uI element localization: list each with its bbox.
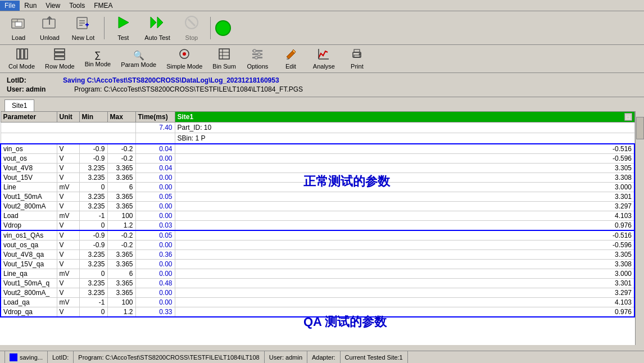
options-button[interactable]: Options bbox=[242, 45, 273, 72]
svg-point-30 bbox=[255, 56, 258, 59]
new-lot-button[interactable]: New Lot bbox=[67, 12, 99, 44]
table-cell: Vout1_50mA bbox=[1, 192, 57, 202]
table-cell: 3.308 bbox=[175, 260, 634, 269]
test-button[interactable]: Test bbox=[109, 12, 137, 44]
auto-test-button[interactable]: Auto Test bbox=[139, 12, 175, 44]
table-row: Load_qamV-11000.004.103 bbox=[1, 298, 634, 307]
table-cell: V bbox=[57, 192, 79, 202]
svg-point-29 bbox=[258, 53, 261, 56]
table-cell: -0.516 bbox=[175, 144, 634, 154]
menu-file[interactable]: File bbox=[0, 1, 20, 11]
stop-icon bbox=[184, 15, 199, 33]
saving-label: saving... bbox=[20, 354, 43, 361]
svg-point-37 bbox=[359, 53, 361, 55]
table-cell: 0 bbox=[79, 307, 107, 317]
status-bar: saving... LotID: Program: C:\AccoTest\ST… bbox=[0, 351, 644, 363]
table-row: Vout_15V_qaV3.2353.3650.003.308 bbox=[1, 260, 634, 269]
svg-rect-17 bbox=[55, 53, 65, 56]
table-cell: 0 bbox=[79, 269, 107, 279]
load-button[interactable]: Load bbox=[4, 12, 33, 44]
table-cell: mV bbox=[57, 183, 79, 192]
table-cell: V bbox=[57, 230, 79, 241]
edit-label: Edit bbox=[285, 63, 296, 70]
row-mode-button[interactable]: Row Mode bbox=[41, 45, 79, 72]
table-cell: 4.103 bbox=[175, 211, 634, 221]
status-current-site: Current Tested Site:1 bbox=[341, 351, 408, 363]
edit-button[interactable]: Edit bbox=[275, 45, 306, 72]
table-cell: V bbox=[57, 144, 79, 154]
svg-rect-14 bbox=[21, 49, 24, 59]
svg-rect-18 bbox=[55, 57, 65, 60]
table-cell: 100 bbox=[107, 211, 135, 221]
table-cell: 0.00 bbox=[135, 154, 175, 164]
table-cell: 3.297 bbox=[175, 202, 634, 211]
menu-fmea[interactable]: FMEA bbox=[89, 1, 117, 11]
menu-run[interactable]: Run bbox=[20, 1, 41, 11]
simple-mode-button[interactable]: Simple Mode bbox=[162, 45, 206, 72]
unload-icon bbox=[42, 15, 57, 33]
table-cell: V bbox=[57, 288, 79, 298]
table-cell: V bbox=[57, 173, 79, 183]
table-cell: mV bbox=[57, 211, 79, 221]
total-time: 7.40 bbox=[135, 122, 175, 133]
table-row: LoadmV-11000.004.103 bbox=[1, 211, 634, 221]
table-container[interactable]: Parameter Unit Min Max Time(ms) Site1 □ … bbox=[0, 111, 635, 345]
table-cell: -0.9 bbox=[79, 241, 107, 250]
table-cell: 3.365 bbox=[107, 288, 135, 298]
bin-mode-button[interactable]: ∑ Bin Mode bbox=[81, 47, 115, 70]
test-icon bbox=[115, 15, 131, 33]
col-mode-button[interactable]: Col Mode bbox=[4, 45, 39, 72]
table-cell: V bbox=[57, 202, 79, 211]
table-cell: 1.2 bbox=[107, 307, 135, 317]
table-cell: 6 bbox=[107, 269, 135, 279]
print-button[interactable]: Print bbox=[342, 45, 373, 72]
table-cell: Vout_4V8_qa bbox=[1, 250, 57, 260]
table-cell: 3.000 bbox=[175, 183, 634, 192]
menu-tools[interactable]: Tools bbox=[65, 1, 89, 11]
table-cell: 0.00 bbox=[135, 211, 175, 221]
table-cell: 0.05 bbox=[135, 192, 175, 202]
table-row: Vout2_800mA_V3.2353.3650.003.297 bbox=[1, 288, 634, 298]
table-cell: 3.365 bbox=[107, 279, 135, 288]
table-row: VdropV01.20.030.976 bbox=[1, 221, 634, 231]
table-cell: 0.00 bbox=[135, 288, 175, 298]
vertical-scrollbar[interactable] bbox=[635, 111, 644, 345]
table-cell: 0 bbox=[79, 183, 107, 192]
table-row: Vout2_800mAV3.2353.3650.003.297 bbox=[1, 202, 634, 211]
data-table: Parameter Unit Min Max Time(ms) Site1 □ … bbox=[0, 111, 635, 317]
table-row: Vout_4V8_qaV3.2353.3650.363.305 bbox=[1, 250, 634, 260]
toolbar-separator-2 bbox=[210, 17, 211, 39]
svg-marker-8 bbox=[119, 17, 129, 28]
col-site1: Site1 □ bbox=[175, 112, 634, 122]
table-cell: mV bbox=[57, 269, 79, 279]
table-cell: Load_qa bbox=[1, 298, 57, 307]
table-cell: -0.9 bbox=[79, 144, 107, 154]
svg-marker-9 bbox=[151, 17, 156, 28]
table-row: vin_osV-0.9-0.20.04-0.516 bbox=[1, 144, 634, 154]
bin-sum-button[interactable]: Bin Sum bbox=[208, 45, 240, 72]
unload-button[interactable]: Unload bbox=[35, 12, 65, 44]
site1-expand-button[interactable]: □ bbox=[624, 113, 632, 121]
svg-rect-16 bbox=[55, 49, 65, 52]
tab-site1[interactable]: Site1 bbox=[4, 99, 34, 111]
new-lot-label: New Lot bbox=[72, 34, 94, 41]
tab-bar: Site1 bbox=[0, 97, 644, 111]
table-cell: 3.235 bbox=[79, 192, 107, 202]
stop-button[interactable]: Stop bbox=[178, 12, 206, 44]
table-cell: V bbox=[57, 260, 79, 269]
auto-test-label: Auto Test bbox=[144, 34, 170, 41]
options-icon bbox=[251, 48, 264, 62]
analyse-button[interactable]: Analyse bbox=[309, 45, 339, 72]
analyse-icon bbox=[318, 48, 330, 62]
table-cell: V bbox=[57, 221, 79, 231]
table-cell: -0.596 bbox=[175, 154, 634, 164]
svg-rect-13 bbox=[17, 49, 20, 59]
table-cell: vout_os bbox=[1, 154, 57, 164]
table-cell: V bbox=[57, 154, 79, 164]
col-mode-label: Col Mode bbox=[8, 63, 35, 70]
param-mode-button[interactable]: 🔍 Param Mode bbox=[117, 47, 160, 71]
col-unit: Unit bbox=[57, 112, 79, 122]
col-min: Min bbox=[79, 112, 107, 122]
table-cell: vin_os1_QAs bbox=[1, 230, 57, 241]
menu-view[interactable]: View bbox=[41, 1, 65, 11]
